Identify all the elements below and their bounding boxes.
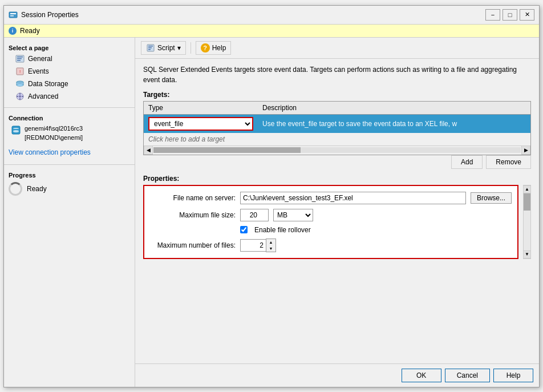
help-label: Help xyxy=(212,44,226,52)
help-button[interactable]: ? Help xyxy=(196,41,232,55)
connection-text-block: genemi4f\sql2016rc3 [REDMOND\genemi] xyxy=(25,124,83,143)
connection-db-icon xyxy=(11,125,21,135)
max-files-label: Maximum number of files: xyxy=(150,241,236,249)
file-name-row: File name on server: Browse... xyxy=(150,192,512,204)
sidebar-item-events[interactable]: ! Events xyxy=(4,65,135,78)
title-bar-left: Session Properties xyxy=(9,10,79,19)
progress-row: Ready xyxy=(9,182,130,196)
description-cell: Use the event_file target to save the ev… xyxy=(258,114,530,133)
svg-point-21 xyxy=(13,130,19,132)
events-icon: ! xyxy=(15,67,25,76)
minimize-button[interactable]: − xyxy=(485,9,500,21)
spinner-down-button[interactable]: ▼ xyxy=(266,245,275,252)
svg-rect-5 xyxy=(17,58,22,59)
targets-table: Type Description event_file xyxy=(144,102,530,146)
select-page-header: Select a page xyxy=(4,42,135,52)
svg-rect-0 xyxy=(9,12,17,18)
svg-rect-4 xyxy=(17,56,23,58)
table-scrollbar-track[interactable] xyxy=(153,147,521,153)
status-icon: i xyxy=(9,27,17,35)
title-bar-controls: − □ ✕ xyxy=(485,9,534,21)
add-row-cell[interactable]: Click here to add a target xyxy=(144,133,530,146)
click-to-add-text[interactable]: Click here to add a target xyxy=(148,135,225,143)
bottom-bar: OK Cancel Help xyxy=(135,363,539,387)
file-name-label: File name on server: xyxy=(150,194,236,202)
advanced-icon xyxy=(15,92,25,101)
add-button[interactable]: Add xyxy=(451,155,483,169)
max-files-row: Maximum number of files: ▲ ▼ xyxy=(150,239,512,252)
help-icon: ? xyxy=(201,43,210,52)
window-title: Session Properties xyxy=(21,11,79,19)
svg-rect-6 xyxy=(17,60,21,61)
max-files-input[interactable] xyxy=(240,239,266,252)
table-scrollbar-row: ◀ ▶ xyxy=(144,146,530,155)
connection-header: Connection xyxy=(9,115,130,122)
type-dropdown-cell[interactable]: event_file xyxy=(148,117,253,131)
script-label: Script xyxy=(157,44,175,52)
sidebar-advanced-label: Advanced xyxy=(28,92,58,100)
svg-rect-15 xyxy=(19,98,21,100)
spinner-up-button[interactable]: ▲ xyxy=(266,239,275,245)
col-type-header: Type xyxy=(144,102,258,115)
add-remove-row: Add Remove xyxy=(143,155,531,169)
table-scrollbar-thumb xyxy=(153,147,301,153)
properties-highlight: File name on server: Browse... Maximum f… xyxy=(143,185,518,259)
sidebar-item-general[interactable]: General xyxy=(4,52,135,65)
sidebar-data-storage-label: Data Storage xyxy=(28,80,68,88)
window-icon xyxy=(9,10,18,19)
browse-button[interactable]: Browse... xyxy=(471,192,512,204)
table-row-selected[interactable]: event_file Use the event_file target to … xyxy=(144,114,530,133)
targets-section: Targets: Type Description xyxy=(143,91,531,169)
maximize-button[interactable]: □ xyxy=(503,9,517,21)
view-connection-link[interactable]: View connection properties xyxy=(4,145,135,160)
rollover-checkbox[interactable] xyxy=(240,226,248,233)
data-storage-icon xyxy=(15,79,25,88)
progress-header: Progress xyxy=(9,172,130,179)
description-text: SQL Server Extended Events targets store… xyxy=(143,64,531,85)
cancel-button[interactable]: Cancel xyxy=(445,369,490,382)
sidebar: Select a page General ! Events xyxy=(4,38,135,387)
svg-point-13 xyxy=(19,95,21,98)
type-cell[interactable]: event_file xyxy=(144,114,258,133)
status-bar: i Ready xyxy=(4,25,539,38)
max-file-size-label: Maximum file size: xyxy=(150,211,236,219)
properties-inner: File name on server: Browse... Maximum f… xyxy=(143,185,518,259)
svg-rect-25 xyxy=(148,49,151,50)
session-properties-window: Session Properties − □ ✕ i Ready Select … xyxy=(3,5,540,387)
script-button[interactable]: Script ▾ xyxy=(141,41,186,55)
toolbar-separator xyxy=(191,42,191,54)
script-dropdown-arrow: ▾ xyxy=(177,44,181,52)
properties-content: File name on server: Browse... Maximum f… xyxy=(143,185,531,259)
spinner-buttons: ▲ ▼ xyxy=(266,239,276,252)
toolbar: Script ▾ ? Help xyxy=(135,38,539,59)
sidebar-item-advanced[interactable]: Advanced xyxy=(4,90,135,103)
right-scrollbar: ▲ ▼ xyxy=(523,185,531,259)
table-scroll-left[interactable]: ◀ xyxy=(144,146,153,155)
properties-section: Properties: File name on server: Browse.… xyxy=(143,175,531,259)
ok-button[interactable]: OK xyxy=(402,369,441,382)
close-button[interactable]: ✕ xyxy=(520,9,534,21)
scroll-thumb xyxy=(524,193,530,211)
sidebar-general-label: General xyxy=(28,55,52,63)
file-size-unit-select[interactable]: KB MB GB xyxy=(273,209,313,221)
scroll-up-button[interactable]: ▲ xyxy=(523,185,531,193)
help-bottom-button[interactable]: Help xyxy=(493,369,533,382)
remove-button[interactable]: Remove xyxy=(486,155,531,169)
title-bar: Session Properties − □ ✕ xyxy=(4,6,539,25)
table-scroll-right[interactable]: ▶ xyxy=(521,146,530,155)
svg-rect-1 xyxy=(10,13,16,14)
table-row-add[interactable]: Click here to add a target xyxy=(144,133,530,146)
sidebar-item-data-storage[interactable]: Data Storage xyxy=(4,78,135,90)
col-description-header: Description xyxy=(258,102,530,115)
progress-spinner xyxy=(9,182,22,196)
svg-rect-2 xyxy=(10,15,14,17)
scroll-down-button[interactable]: ▼ xyxy=(523,250,531,258)
progress-section: Progress Ready xyxy=(4,169,135,198)
connection-server: genemi4f\sql2016rc3 xyxy=(25,124,83,134)
svg-rect-23 xyxy=(148,46,153,47)
file-name-input[interactable] xyxy=(240,192,466,204)
connection-section: Connection genemi4f\sql2016rc3 [REDMOND\… xyxy=(4,112,135,145)
type-select[interactable]: event_file xyxy=(149,118,252,130)
max-file-size-input[interactable] xyxy=(240,209,269,221)
svg-text:!: ! xyxy=(19,69,21,74)
